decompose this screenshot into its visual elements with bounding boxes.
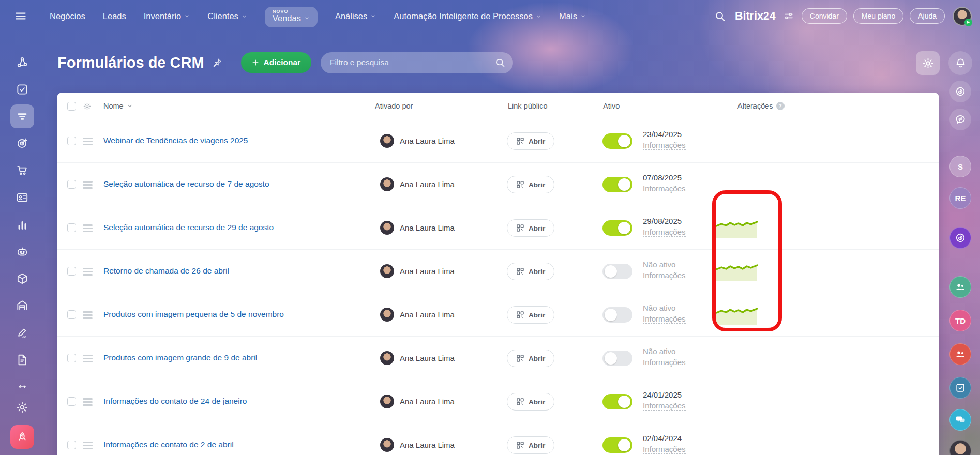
rail-messenger-sync-icon[interactable] (949, 109, 971, 130)
form-name-link[interactable]: Seleção automática de recurso de 29 de a… (103, 223, 274, 232)
nav-item-invent-rio[interactable]: Inventário (144, 11, 190, 21)
drag-handle-icon[interactable] (83, 442, 93, 449)
row-checkbox[interactable] (67, 223, 76, 232)
form-name-link[interactable]: Webinar de Tendências de viagens 2025 (103, 136, 248, 145)
filter-search-input[interactable] (321, 52, 513, 73)
notifications-bell-icon[interactable] (948, 51, 972, 75)
user-avatar[interactable]: ▶ (953, 7, 972, 26)
informacoes-link[interactable]: Informações (643, 141, 686, 150)
nav-item-vendas[interactable]: NOVOVendas (265, 7, 318, 27)
meu-plano-button[interactable]: Meu plano (853, 8, 903, 24)
rail-copilot-spiral-icon[interactable] (949, 81, 971, 102)
nav-item-leads[interactable]: Leads (103, 11, 126, 21)
column-header-activated-by[interactable]: Ativado por (375, 102, 413, 110)
informacoes-link[interactable]: Informações (643, 358, 686, 367)
nav-item-neg-cios[interactable]: Negócios (50, 11, 85, 21)
sidebar-warehouse-icon[interactable] (10, 294, 34, 317)
active-toggle[interactable] (602, 264, 632, 279)
drag-handle-icon[interactable] (83, 224, 93, 232)
drag-handle-icon[interactable] (83, 311, 93, 319)
active-toggle[interactable] (602, 351, 632, 366)
column-header-changes[interactable]: Alterações ? (737, 102, 785, 110)
sidebar-sales-cart-icon[interactable] (10, 158, 34, 182)
form-name-link[interactable]: Informações do contato de 24 de janeiro (103, 397, 247, 406)
rail-badge-td[interactable]: TD (949, 310, 971, 331)
settings-gear-button[interactable] (916, 51, 940, 75)
rail-user-avatar[interactable] (949, 440, 971, 455)
rail-copilot-spiral-icon[interactable] (949, 227, 971, 249)
select-all-checkbox[interactable] (67, 102, 76, 111)
sidebar-settings-gear-icon[interactable] (10, 396, 34, 419)
convidar-button[interactable]: Convidar (802, 8, 847, 24)
form-name-link[interactable]: Retorno de chamada de 26 de abril (103, 266, 229, 276)
drag-handle-icon[interactable] (83, 268, 93, 276)
rail-chat-bubbles-icon[interactable] (949, 409, 971, 431)
informacoes-link[interactable]: Informações (643, 271, 686, 280)
search-icon[interactable] (495, 57, 506, 68)
informacoes-link[interactable]: Informações (643, 314, 686, 324)
informacoes-link[interactable]: Informações (643, 401, 686, 411)
open-button[interactable]: Abrir (507, 219, 554, 237)
column-header-public-link[interactable]: Link público (508, 102, 548, 110)
sidebar-contact-card-icon[interactable] (10, 186, 34, 209)
sidebar-crm-filter-icon[interactable] (10, 104, 34, 128)
rail-people-icon[interactable] (949, 276, 971, 298)
nav-item-clientes[interactable]: Clientes (207, 11, 247, 21)
sliders-icon[interactable] (783, 11, 794, 21)
sidebar-share-network-icon[interactable] (10, 51, 34, 74)
grid-settings-gear-icon[interactable] (83, 102, 92, 111)
rail-badge-s[interactable]: S (949, 156, 971, 177)
nav-item-automa-o-inteligente-de-processos[interactable]: Automação Inteligente de Processos (394, 11, 541, 21)
column-header-name[interactable]: Nome (103, 102, 133, 110)
sidebar-sign-pen-icon[interactable] (10, 321, 34, 345)
sidebar-analytics-bars-icon[interactable] (10, 213, 34, 237)
row-checkbox[interactable] (67, 310, 76, 319)
drag-handle-icon[interactable] (83, 398, 93, 406)
informacoes-link[interactable]: Informações (643, 228, 686, 237)
column-header-active[interactable]: Ativo (603, 102, 620, 110)
nav-item-mais[interactable]: Mais (559, 11, 586, 21)
open-button[interactable]: Abrir (507, 350, 554, 367)
informacoes-link[interactable]: Informações (643, 445, 686, 454)
active-toggle[interactable] (602, 307, 632, 323)
active-toggle[interactable] (602, 177, 632, 192)
open-button[interactable]: Abrir (507, 306, 554, 324)
open-button[interactable]: Abrir (507, 132, 554, 150)
row-checkbox[interactable] (67, 354, 76, 362)
sidebar-rocket-icon[interactable] (10, 425, 34, 449)
search-icon[interactable] (714, 10, 726, 22)
sidebar-package-box-icon[interactable] (10, 267, 34, 291)
open-button[interactable]: Abrir (507, 436, 554, 454)
form-name-link[interactable]: Produtos com imagem grande de 9 de abril (103, 353, 257, 362)
row-checkbox[interactable] (67, 180, 76, 189)
brand-logo[interactable]: Bitrix24 (735, 10, 776, 23)
informacoes-link[interactable]: Informações (643, 184, 686, 193)
sidebar-tasks-check-icon[interactable] (10, 78, 34, 101)
drag-handle-icon[interactable] (83, 181, 93, 189)
row-checkbox[interactable] (67, 441, 76, 449)
active-toggle[interactable] (602, 133, 632, 149)
drag-handle-icon[interactable] (83, 138, 93, 145)
form-name-link[interactable]: Produtos com imagem pequena de 5 de nove… (103, 310, 284, 319)
rail-people-icon[interactable] (949, 343, 971, 365)
sidebar-ai-bot-icon[interactable] (10, 240, 34, 264)
rail-badge-re[interactable]: RE (949, 187, 971, 209)
open-button[interactable]: Abrir (507, 393, 554, 411)
ajuda-button[interactable]: Ajuda (910, 8, 945, 24)
sidebar-document-edit-icon[interactable] (10, 348, 34, 372)
nav-item-an-lises[interactable]: Análises (335, 11, 376, 21)
form-name-link[interactable]: Seleção automática de recurso de 7 de ag… (103, 179, 269, 189)
help-question-icon[interactable]: ? (776, 102, 785, 110)
open-button[interactable]: Abrir (507, 176, 554, 193)
form-name-link[interactable]: Informações de contato de 2 de abril (103, 440, 234, 449)
drag-handle-icon[interactable] (83, 355, 93, 362)
menu-hamburger-icon[interactable] (7, 9, 34, 23)
active-toggle[interactable] (602, 220, 632, 236)
active-toggle[interactable] (602, 394, 632, 410)
row-checkbox[interactable] (67, 136, 76, 145)
active-toggle[interactable] (602, 437, 632, 453)
rail-check-square-icon[interactable] (949, 377, 971, 399)
row-checkbox[interactable] (67, 397, 76, 406)
row-checkbox[interactable] (67, 267, 76, 276)
sidebar-marketing-target-icon[interactable] (10, 131, 34, 155)
